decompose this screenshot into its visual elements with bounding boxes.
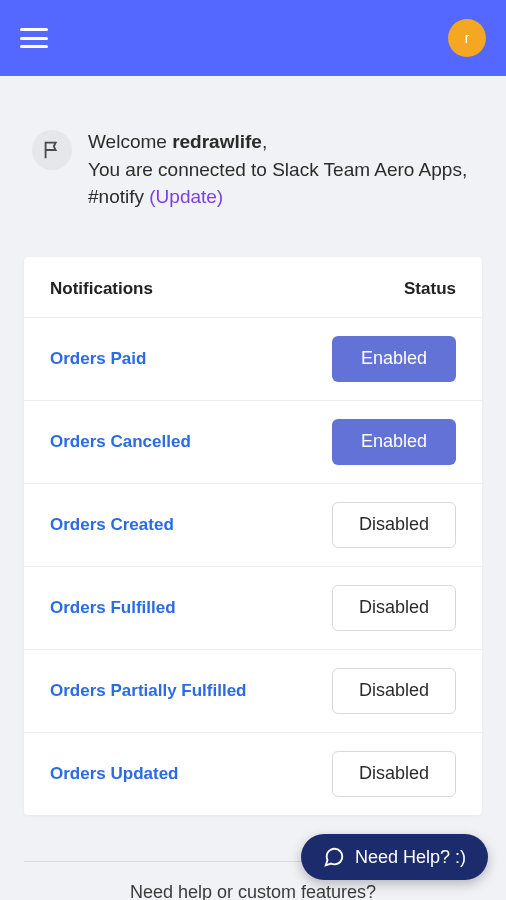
card-header: Notifications Status xyxy=(24,257,482,318)
table-row: Orders Fulfilled Disabled xyxy=(24,567,482,650)
col-notifications: Notifications xyxy=(50,279,153,299)
notification-link-orders-partially-fulfilled[interactable]: Orders Partially Fulfilled xyxy=(50,681,247,701)
notification-link-orders-cancelled[interactable]: Orders Cancelled xyxy=(50,432,191,452)
status-toggle-orders-created[interactable]: Disabled xyxy=(332,502,456,548)
avatar-initial: r xyxy=(465,30,470,46)
menu-icon[interactable] xyxy=(20,28,48,48)
avatar[interactable]: r xyxy=(448,19,486,57)
status-toggle-orders-paid[interactable]: Enabled xyxy=(332,336,456,382)
welcome-prefix: Welcome xyxy=(88,131,172,152)
help-button[interactable]: Need Help? :) xyxy=(301,834,488,880)
welcome-line2: You are connected to Slack Team Aero App… xyxy=(88,159,467,208)
help-label: Need Help? :) xyxy=(355,847,466,868)
table-row: Orders Cancelled Enabled xyxy=(24,401,482,484)
notification-link-orders-fulfilled[interactable]: Orders Fulfilled xyxy=(50,598,176,618)
welcome-comma: , xyxy=(262,131,267,152)
welcome-box: Welcome redrawlife, You are connected to… xyxy=(24,104,482,229)
table-row: Orders Updated Disabled xyxy=(24,733,482,815)
update-link[interactable]: (Update) xyxy=(149,186,223,207)
main-content: Welcome redrawlife, You are connected to… xyxy=(0,76,506,900)
table-row: Orders Created Disabled xyxy=(24,484,482,567)
status-toggle-orders-cancelled[interactable]: Enabled xyxy=(332,419,456,465)
status-toggle-orders-fulfilled[interactable]: Disabled xyxy=(332,585,456,631)
col-status: Status xyxy=(404,279,456,299)
status-toggle-orders-partially-fulfilled[interactable]: Disabled xyxy=(332,668,456,714)
status-toggle-orders-updated[interactable]: Disabled xyxy=(332,751,456,797)
welcome-username: redrawlife xyxy=(172,131,262,152)
table-row: Orders Paid Enabled xyxy=(24,318,482,401)
notifications-card: Notifications Status Orders Paid Enabled… xyxy=(24,257,482,815)
flag-icon xyxy=(32,130,72,170)
notification-link-orders-updated[interactable]: Orders Updated xyxy=(50,764,178,784)
app-header: r xyxy=(0,0,506,76)
table-row: Orders Partially Fulfilled Disabled xyxy=(24,650,482,733)
chat-icon xyxy=(323,846,345,868)
welcome-text: Welcome redrawlife, You are connected to… xyxy=(88,128,474,211)
notification-link-orders-created[interactable]: Orders Created xyxy=(50,515,174,535)
notification-link-orders-paid[interactable]: Orders Paid xyxy=(50,349,146,369)
